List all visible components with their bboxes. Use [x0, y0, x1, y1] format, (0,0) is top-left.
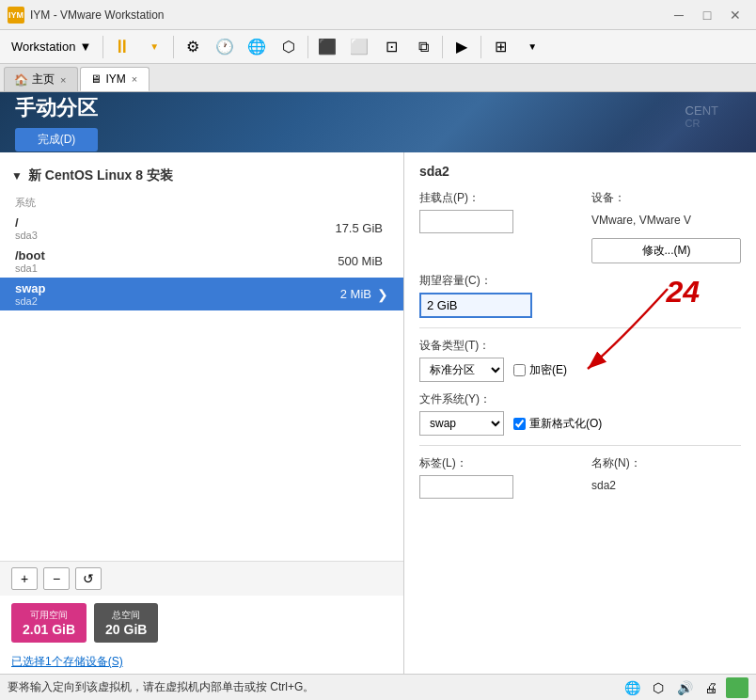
mount-group: 挂载点(P)：: [419, 190, 569, 263]
settings-icon: ⚙: [186, 38, 199, 56]
terminal-icon: ▶: [456, 38, 467, 56]
device-type-select[interactable]: 标准分区: [419, 358, 504, 382]
reformat-checkbox-label[interactable]: 重新格式化(O): [513, 416, 602, 432]
clone-button[interactable]: ⧉: [408, 34, 438, 60]
capacity-group: 期望容量(C)：: [419, 273, 741, 318]
partition-row-swap[interactable]: swap sda2 2 MiB ❯: [0, 278, 403, 310]
iym-tab-close[interactable]: ×: [130, 72, 139, 86]
modify-device-button[interactable]: 修改...(M): [591, 238, 741, 263]
right-panel: sda2 挂载点(P)： 设备： VMware, VMware V 修改...(…: [404, 152, 756, 674]
partition-size-swap: 2 MiB: [340, 287, 371, 301]
left-panel: ▼ 新 CentOS Linux 8 安装 系统 / sda3 17.5 GiB…: [0, 152, 404, 674]
view-dropdown[interactable]: ▼: [517, 34, 547, 60]
home-tab-label: 主页: [32, 72, 55, 88]
encrypt-checkbox[interactable]: [513, 364, 526, 376]
status-icons: 🌐 ⬡ 🔊 🖨: [621, 677, 748, 698]
vm-settings-button[interactable]: ⚙: [178, 34, 208, 60]
reformat-checkbox[interactable]: [513, 418, 526, 430]
section-title-group: 手动分区 完成(D): [15, 94, 98, 151]
fullscreen-button[interactable]: ⬛: [312, 34, 342, 60]
partition-name-root: /: [15, 215, 335, 230]
pause-dropdown[interactable]: ▼: [139, 34, 169, 60]
tab-iym[interactable]: 🖥 IYM ×: [80, 67, 150, 91]
view-dropdown-arrow-icon: ▼: [528, 41, 537, 52]
mount-input[interactable]: [419, 210, 513, 233]
capacity-input[interactable]: [419, 293, 532, 318]
tag-group: 标签(L)：: [419, 455, 569, 499]
storage-device-link[interactable]: 已选择1个存储设备(S): [0, 650, 403, 674]
header-right-label: CENT CR: [685, 103, 718, 129]
install-label: 新 CentOS Linux 8 安装: [28, 167, 173, 184]
tag-input[interactable]: [419, 475, 513, 499]
titlebar: IYM IYM - VMware Workstation ─ □ ✕: [0, 0, 756, 30]
terminal-button[interactable]: ▶: [447, 34, 477, 60]
window-button[interactable]: ⬜: [344, 34, 374, 60]
status-speaker-button[interactable]: 🔊: [673, 677, 696, 698]
partition-controls: + − ↺: [0, 561, 403, 596]
partition-size-boot: 500 MiB: [338, 254, 383, 268]
window-controls: ─ □ ✕: [666, 5, 748, 25]
partition-name-swap: swap: [15, 281, 340, 295]
partition-arrow-icon: ❯: [377, 287, 388, 302]
install-header: ▼ 新 CentOS Linux 8 安装: [0, 160, 403, 192]
remove-partition-button[interactable]: −: [43, 567, 70, 590]
partition-info-swap: swap sda2: [15, 281, 340, 307]
capacity-label: 期望容量(C)：: [419, 273, 741, 289]
status-network-button[interactable]: 🌐: [621, 677, 643, 698]
snapshot-button[interactable]: 🕐: [210, 34, 240, 60]
dropdown-arrow-icon: ▼: [79, 40, 91, 54]
minimize-button[interactable]: ─: [666, 5, 692, 25]
partition-sub-boot: sda1: [15, 262, 338, 274]
filesystem-controls: swap 重新格式化(O): [419, 411, 741, 436]
partition-size-root: 17.5 GiB: [335, 221, 383, 235]
status-bar: 要将输入定向到该虚拟机，请在虚拟机内部单击或按 Ctrl+G。 🌐 ⬡ 🔊 🖨: [0, 674, 756, 700]
usb-button[interactable]: ⬡: [274, 34, 304, 60]
view-icon: ⊞: [495, 38, 507, 56]
main-area: 手动分区 完成(D) CENT CR ▼ 新 CentOS Linux 8 安装…: [0, 92, 756, 674]
filesystem-label: 文件系统(Y)：: [419, 391, 741, 407]
filesystem-select[interactable]: swap: [419, 411, 504, 436]
close-button[interactable]: ✕: [722, 5, 748, 25]
encrypt-label-text: 加密(E): [529, 362, 567, 378]
done-button[interactable]: 完成(D): [15, 128, 98, 151]
total-space-label: 总空间: [112, 609, 140, 622]
snapshot-icon: 🕐: [215, 38, 234, 56]
add-partition-button[interactable]: +: [11, 567, 38, 590]
device-group: 设备： VMware, VMware V 修改...(M): [591, 190, 741, 263]
partition-info-root: / sda3: [15, 215, 335, 241]
network-icon: 🌐: [247, 38, 266, 56]
network-button[interactable]: 🌐: [242, 34, 272, 60]
reformat-label-text: 重新格式化(O): [529, 416, 602, 432]
separator-3: [307, 36, 308, 58]
partition-row-root[interactable]: / sda3 17.5 GiB: [0, 212, 403, 245]
encrypt-checkbox-label[interactable]: 加密(E): [513, 362, 567, 378]
workstation-label: Workstation: [11, 40, 75, 54]
separator-2: [173, 36, 174, 58]
tab-home[interactable]: 🏠 主页 ×: [4, 67, 78, 91]
mount-device-row: 挂载点(P)： 设备： VMware, VMware V 修改...(M): [419, 190, 741, 263]
separator-5: [480, 36, 481, 58]
partition-row-boot[interactable]: /boot sda1 500 MiB: [0, 245, 403, 278]
home-tab-close[interactable]: ×: [58, 73, 68, 87]
separator-1: [102, 36, 103, 58]
name-value: sda2: [591, 475, 741, 496]
view-button[interactable]: ⊞: [485, 34, 515, 60]
status-usb-button[interactable]: ⬡: [647, 677, 669, 698]
restore-button[interactable]: □: [694, 5, 720, 25]
iym-tab-icon: 🖥: [90, 72, 102, 86]
total-space-badge: 总空间 20 GiB: [94, 603, 158, 643]
status-display-button[interactable]: [726, 677, 748, 698]
toolbar: Workstation ▼ ⏸ ▼ ⚙ 🕐 🌐 ⬡ ⬛ ⬜ ⊡ ⧉ ▶ ⊞ ▼: [0, 30, 756, 64]
section-header: 手动分区 完成(D) CENT CR: [0, 92, 756, 152]
refresh-partition-button[interactable]: ↺: [75, 567, 102, 590]
available-space-label: 可用空间: [30, 609, 68, 622]
resize-button[interactable]: ⊡: [376, 34, 406, 60]
status-printer-button[interactable]: 🖨: [700, 677, 722, 698]
resize-icon: ⊡: [386, 38, 398, 56]
partition-sub-swap: sda2: [15, 295, 340, 307]
workstation-menu[interactable]: Workstation ▼: [4, 36, 99, 57]
pause-button[interactable]: ⏸: [107, 34, 137, 60]
available-space-value: 2.01 GiB: [23, 622, 75, 637]
window-title: IYM - VMware Workstation: [30, 8, 666, 22]
filesystem-group: 文件系统(Y)： swap 重新格式化(O): [419, 391, 741, 436]
